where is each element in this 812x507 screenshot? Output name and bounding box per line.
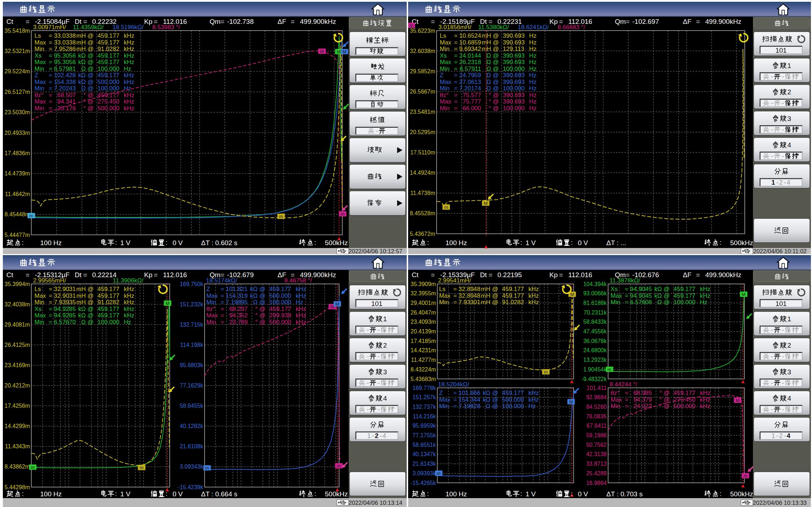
svg-text:459.177: 459.177 — [97, 59, 119, 65]
svg-text:20.5295m: 20.5295m — [410, 129, 435, 135]
svg-text:Hz: Hz — [529, 98, 537, 105]
svg-text::: : — [115, 239, 117, 246]
svg-text:° @: ° @ — [83, 105, 94, 112]
svg-text:ΔT : ...: ΔT : ... — [606, 239, 626, 247]
svg-text:m: m — [410, 23, 413, 28]
svg-text:459.177: 459.177 — [97, 52, 119, 59]
svg-text:kHz: kHz — [528, 390, 539, 396]
svg-text:=: = — [453, 390, 457, 396]
svg-text:=: = — [221, 286, 224, 292]
svg-text:mH @: mH @ — [482, 46, 499, 52]
svg-text:=: = — [49, 312, 52, 319]
svg-text:459.177: 459.177 — [97, 92, 119, 99]
svg-text:95.6803k: 95.6803k — [180, 362, 204, 368]
svg-text:ΔF: ΔF — [683, 271, 691, 279]
svg-text:3: 3 — [787, 115, 791, 122]
svg-text:459.177: 459.177 — [97, 39, 119, 46]
svg-text:=: = — [49, 52, 52, 59]
svg-text:=: = — [625, 299, 628, 306]
svg-text:kΩ @: kΩ @ — [483, 390, 498, 396]
svg-text:4: 4 — [383, 395, 387, 402]
svg-text:36.0678k: 36.0678k — [583, 338, 607, 344]
svg-text:7.20174: 7.20174 — [459, 85, 481, 92]
svg-text:154.338: 154.338 — [54, 79, 76, 85]
svg-text:Min: Min — [440, 105, 449, 112]
svg-text:kΩ @: kΩ @ — [78, 52, 94, 59]
svg-text:Max: Max — [439, 396, 451, 403]
svg-text:Hz: Hz — [529, 52, 537, 59]
svg-text:kHz: kHz — [124, 39, 134, 46]
svg-text:101: 101 — [371, 300, 383, 307]
svg-text:3: 3 — [787, 368, 791, 376]
svg-text:500.000: 500.000 — [269, 292, 291, 299]
svg-text:ΔT : 0.703 s: ΔT : 0.703 s — [606, 490, 643, 498]
svg-text:0 V: 0 V — [173, 239, 183, 247]
svg-text:° @: ° @ — [83, 92, 94, 99]
svg-text:m: m — [444, 205, 448, 210]
svg-text:ΔF: ΔF — [278, 18, 286, 25]
svg-text:100.000: 100.000 — [674, 299, 695, 306]
svg-text:° @: ° @ — [659, 396, 670, 403]
svg-text:Min: Min — [35, 319, 44, 326]
svg-text:23.4093m: 23.4093m — [411, 319, 436, 325]
svg-text:6.57981: 6.57981 — [54, 65, 76, 72]
svg-text:kHz: kHz — [124, 312, 134, 319]
svg-text:=: = — [454, 65, 458, 72]
svg-text:94.379: 94.379 — [633, 396, 652, 403]
svg-text:mH @: mH @ — [77, 292, 94, 299]
svg-text:kΩ @: kΩ @ — [250, 286, 265, 292]
svg-text:132.737k: 132.737k — [412, 404, 436, 410]
svg-text:=: = — [291, 18, 295, 25]
svg-text:459.177: 459.177 — [269, 306, 291, 312]
svg-text:21.6143k: 21.6143k — [412, 461, 436, 467]
svg-text:2: 2 — [375, 432, 379, 439]
svg-text:Min: Min — [35, 85, 44, 92]
svg-text:32.8948: 32.8948 — [459, 292, 480, 299]
svg-text:4: 4 — [383, 432, 386, 439]
svg-text:Qm=: Qm= — [615, 18, 630, 25]
svg-text:11.4343m: 11.4343m — [5, 443, 30, 449]
svg-text:Max: Max — [439, 292, 451, 299]
svg-text:Ω @: Ω @ — [486, 79, 499, 85]
svg-text:θz°: θz° — [440, 92, 449, 99]
svg-text:499.900kHz: 499.900kHz — [705, 271, 741, 279]
svg-text:=: = — [49, 286, 52, 292]
svg-text:Hz: Hz — [124, 319, 131, 326]
svg-text:76.0835: 76.0835 — [586, 413, 607, 419]
svg-text:100 Hz: 100 Hz — [40, 239, 62, 247]
svg-text:=: = — [625, 390, 628, 396]
svg-text:=: = — [696, 271, 700, 279]
svg-text:100.000: 100.000 — [97, 85, 119, 92]
svg-text:=: = — [49, 85, 52, 92]
svg-text:75.777: 75.777 — [463, 98, 481, 105]
svg-text:Hz: Hz — [529, 79, 537, 85]
svg-text:11.3878kΩ/: 11.3878kΩ/ — [610, 277, 640, 284]
svg-text:m: m — [341, 211, 345, 217]
svg-text:M: M — [336, 301, 339, 307]
svg-text:35.6223m: 35.6223m — [410, 28, 435, 34]
svg-text::: : — [314, 239, 316, 246]
svg-text:=: = — [49, 105, 52, 112]
svg-text:M: M — [569, 399, 573, 405]
svg-text:kHz: kHz — [124, 79, 134, 85]
svg-text:11.4738m: 11.4738m — [410, 190, 435, 196]
svg-text:kHz: kHz — [124, 52, 134, 59]
svg-text:14.4924m: 14.4924m — [410, 170, 435, 176]
svg-text:Min: Min — [611, 299, 620, 306]
svg-text:kHz: kHz — [124, 98, 134, 105]
svg-text:459.177: 459.177 — [97, 292, 119, 299]
svg-text:Min: Min — [35, 65, 44, 72]
svg-text:Dt: Dt — [75, 271, 82, 279]
svg-text:M: M — [166, 301, 170, 306]
svg-text:Z: Z — [35, 72, 38, 79]
svg-text:m: m — [140, 465, 144, 470]
svg-text:500kHz: 500kHz — [325, 490, 348, 498]
svg-text:m: m — [437, 471, 441, 476]
svg-text:8.43224m: 8.43224m — [411, 366, 436, 373]
svg-text:Hz: Hz — [529, 72, 537, 79]
svg-text:Max: Max — [35, 312, 46, 319]
svg-text:100.000: 100.000 — [503, 105, 524, 112]
svg-text:M: M — [484, 201, 488, 206]
svg-text:=: = — [154, 271, 158, 279]
svg-text:Min: Min — [35, 46, 44, 52]
